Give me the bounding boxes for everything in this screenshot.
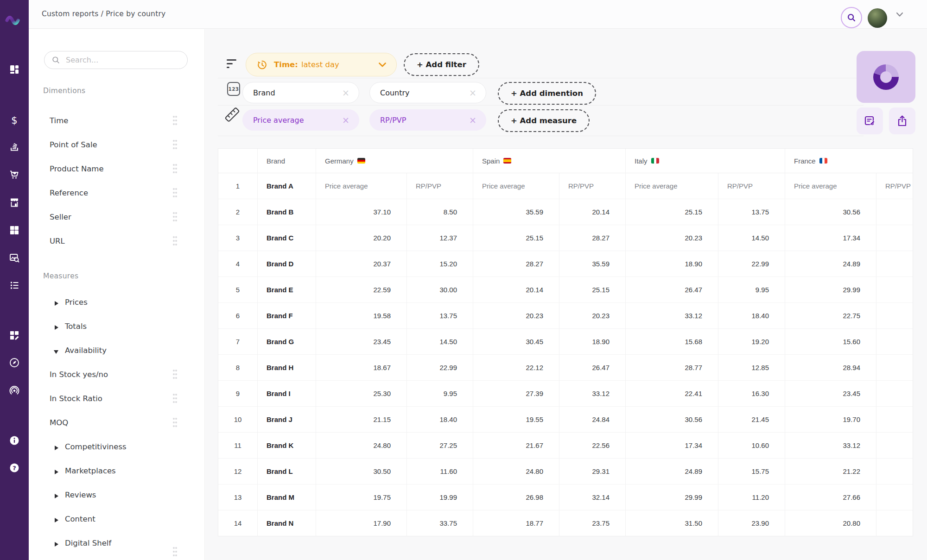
value-cell: 24.84: [559, 407, 626, 433]
value-cell: 28.27: [473, 251, 559, 277]
dimension-item-reference[interactable]: Reference: [29, 186, 205, 201]
brand-cell: Brand L: [258, 459, 316, 484]
time-filter-label: Time:: [274, 60, 298, 69]
close-icon[interactable]: ×: [342, 116, 349, 125]
add-filter-button[interactable]: + Add filter: [404, 53, 479, 76]
value-cell: 22.99: [718, 251, 785, 277]
add-dimension-button[interactable]: + Add dimention: [498, 82, 596, 105]
avatar[interactable]: [868, 8, 887, 28]
nav-info-icon[interactable]: [9, 435, 20, 446]
value-cell: 18.90: [626, 251, 718, 277]
nav-stack-icon[interactable]: [9, 141, 20, 152]
nav-compass-icon[interactable]: [9, 357, 20, 368]
measure-item-label: Prices: [65, 298, 88, 307]
caret-right-icon[interactable]: [55, 325, 58, 330]
drag-handle[interactable]: [173, 140, 180, 151]
share-export-icon: [896, 115, 908, 127]
measure-item-availability[interactable]: Availability: [29, 343, 205, 359]
measure-item-prices[interactable]: Prices: [29, 295, 205, 311]
dimension-item-product-name[interactable]: Product Name: [29, 162, 205, 177]
nav-grid-icon[interactable]: [9, 225, 20, 236]
drag-handle[interactable]: [173, 370, 180, 381]
caret-right-icon[interactable]: [55, 518, 58, 522]
flag-icon-it: [651, 158, 659, 164]
caret-right-icon[interactable]: [55, 301, 58, 306]
nav-help-icon[interactable]: ?: [9, 462, 20, 473]
measure-chip-rp-pvp[interactable]: RP/PVP×: [369, 109, 486, 131]
value-cell: 28.77: [626, 355, 718, 381]
drag-handle[interactable]: [173, 547, 180, 558]
search-input[interactable]: [66, 56, 172, 64]
dimension-chip-country[interactable]: Country×: [369, 82, 486, 103]
value-cell: 20.20: [316, 225, 407, 251]
nav-store-icon[interactable]: [9, 197, 20, 208]
measure-item-marketplaces[interactable]: Marketplaces: [29, 464, 205, 479]
close-icon[interactable]: ×: [342, 88, 349, 97]
nav-radar-icon[interactable]: [9, 384, 20, 396]
dimension-item-point-of-sale[interactable]: Point of Sale: [29, 138, 205, 153]
drag-handle[interactable]: [173, 212, 180, 223]
caret-right-icon[interactable]: [55, 494, 58, 498]
value-cell: [876, 251, 913, 277]
value-cell: 11.60: [407, 459, 473, 484]
column-header-it: Italy: [626, 149, 785, 173]
chart-preview-card[interactable]: [857, 51, 915, 103]
measure-item-moq[interactable]: MOQ: [29, 415, 205, 431]
value-cell: 29.99: [626, 484, 718, 510]
panel-search[interactable]: [44, 51, 188, 69]
value-cell: 24.89: [785, 251, 876, 277]
measure-item-label: Digital Shelf: [65, 539, 111, 547]
dimension-item-time[interactable]: Time: [29, 113, 205, 129]
measure-item-content[interactable]: Content: [29, 512, 205, 528]
add-measure-button[interactable]: + Add measure: [498, 109, 590, 132]
time-filter-pill[interactable]: Time: latest day: [246, 53, 397, 76]
edit-note-icon: [864, 115, 876, 127]
value-cell: 17.34: [785, 225, 876, 251]
nav-report-edit-icon[interactable]: [9, 330, 20, 341]
value-cell: 30.45: [473, 329, 559, 355]
measure-item-competitiviness[interactable]: Competitiviness: [29, 440, 205, 455]
search-button[interactable]: [841, 7, 862, 28]
dimension-chip-brand[interactable]: Brand×: [242, 82, 359, 103]
row-number: 13: [218, 484, 258, 510]
caret-right-icon[interactable]: [55, 470, 58, 474]
edit-report-button[interactable]: [857, 107, 883, 134]
value-cell: 20.14: [559, 199, 626, 225]
value-cell: 20.14: [473, 277, 559, 303]
drag-handle[interactable]: [173, 418, 180, 429]
drag-handle[interactable]: [173, 394, 180, 405]
share-report-button[interactable]: [889, 107, 915, 134]
nav-cart-heart-icon[interactable]: [9, 169, 20, 180]
dimension-chip-label: Country: [380, 88, 410, 97]
search-icon: [846, 13, 857, 23]
value-cell: 20.80: [785, 510, 876, 536]
drag-handle[interactable]: [173, 116, 180, 127]
drag-handle[interactable]: [173, 236, 180, 247]
flag-icon-de: [357, 158, 365, 164]
value-cell: 30.56: [626, 407, 718, 433]
filter-lines-icon[interactable]: [226, 59, 237, 69]
caret-right-icon[interactable]: [55, 446, 58, 450]
measure-item-in-stock-yes-no[interactable]: In Stock yes/no: [29, 367, 205, 383]
row-number: 11: [218, 433, 258, 459]
chevron-down-icon[interactable]: [896, 13, 903, 17]
measure-item-in-stock-ratio[interactable]: In Stock Ratio: [29, 391, 205, 407]
measure-chip-price-average[interactable]: Price average×: [242, 109, 359, 131]
app-logo: [3, 11, 25, 26]
dimension-item-url[interactable]: URL: [29, 234, 205, 250]
nav-dollar-icon[interactable]: $: [9, 115, 20, 126]
nav-list-icon[interactable]: [9, 280, 20, 291]
drag-handle[interactable]: [173, 164, 180, 175]
measure-item-totals[interactable]: Totals: [29, 319, 205, 335]
measure-item-reviews[interactable]: Reviews: [29, 488, 205, 503]
dimension-item-seller[interactable]: Seller: [29, 210, 205, 226]
drag-handle[interactable]: [173, 188, 180, 199]
svg-text:$: $: [11, 115, 17, 126]
measure-chip-label: Price average: [253, 116, 304, 125]
caret-right-icon[interactable]: [55, 542, 58, 547]
nav-dashboard-icon[interactable]: [9, 64, 20, 75]
nav-image-search-icon[interactable]: [9, 252, 20, 264]
close-icon[interactable]: ×: [469, 116, 476, 125]
caret-down-icon[interactable]: [54, 350, 58, 354]
close-icon[interactable]: ×: [469, 88, 476, 97]
